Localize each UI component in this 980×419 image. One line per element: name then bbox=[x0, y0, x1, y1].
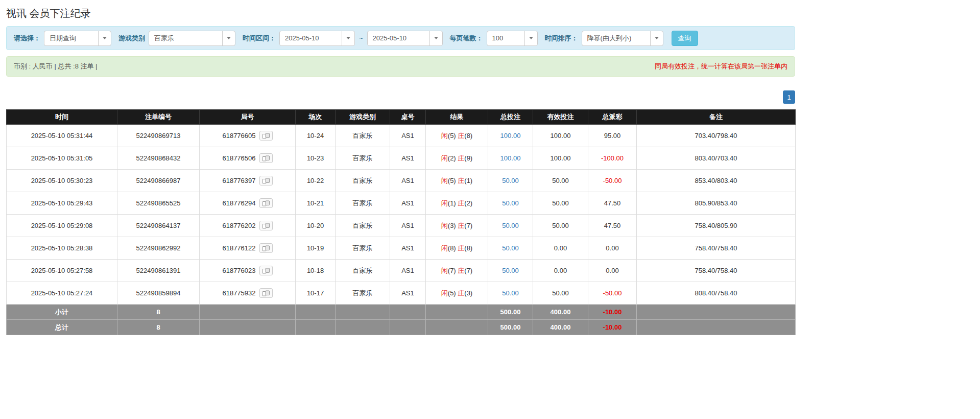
date-to-dropdown[interactable]: 2025-05-10 bbox=[367, 31, 443, 46]
card-result-icon[interactable] bbox=[259, 131, 273, 141]
card-result-icon[interactable] bbox=[259, 198, 273, 208]
cell-remark: 758.40/758.40 bbox=[637, 260, 796, 282]
table-row: 2025-05-10 05:31:44 522490869713 6187766… bbox=[7, 125, 796, 147]
cell-round: 618776023 bbox=[200, 260, 296, 282]
query-type-value: 日期查询 bbox=[44, 31, 98, 45]
cell-time: 2025-05-10 05:28:38 bbox=[7, 237, 117, 260]
page-size-dropdown[interactable]: 100 bbox=[487, 31, 538, 46]
subtotal-label: 小计 bbox=[7, 305, 117, 320]
card-result-icon[interactable] bbox=[259, 176, 273, 185]
card-result-icon[interactable] bbox=[259, 221, 273, 230]
filter-group-select: 请选择： 日期查询 bbox=[14, 31, 111, 46]
cell-result: 闲(2) 庄(9) bbox=[426, 147, 488, 170]
sort-dropdown[interactable]: 降幂(由大到小) bbox=[582, 31, 663, 46]
table-body: 2025-05-10 05:31:44 522490869713 6187766… bbox=[7, 125, 796, 305]
result-banker-label: 庄 bbox=[458, 199, 464, 207]
cell-table-no: AS1 bbox=[390, 147, 426, 170]
cell-remark: 758.40/805.90 bbox=[637, 215, 796, 237]
cell-valid-bet: 0.00 bbox=[533, 260, 588, 282]
page-title: 视讯 会员下注纪录 bbox=[6, 0, 795, 26]
cell-payout: 0.00 bbox=[588, 260, 637, 282]
result-player-number: (5) bbox=[448, 132, 456, 139]
result-player-label: 闲 bbox=[441, 244, 448, 252]
cell-table-no: AS1 bbox=[390, 237, 426, 260]
cell-time: 2025-05-10 05:27:24 bbox=[7, 282, 117, 305]
sort-label: 时间排序： bbox=[545, 34, 578, 43]
total-valid-bet: 400.00 bbox=[533, 320, 588, 335]
result-player-label: 闲 bbox=[441, 154, 448, 162]
date-from-value: 2025-05-10 bbox=[280, 31, 342, 45]
result-banker-label: 庄 bbox=[458, 244, 464, 252]
total-bet-link[interactable]: 50.00 bbox=[502, 177, 519, 184]
table-row: 2025-05-10 05:31:05 522490868432 6187765… bbox=[7, 147, 796, 170]
cell-table-no: AS1 bbox=[390, 215, 426, 237]
cell-payout: 0.00 bbox=[588, 237, 637, 260]
filter-group-range: 时间区间： 2025-05-10 ~ 2025-05-10 bbox=[243, 31, 443, 46]
sort-value: 降幂(由大到小) bbox=[582, 31, 650, 45]
column-header: 场次 bbox=[296, 110, 336, 125]
cell-table-no: AS1 bbox=[390, 192, 426, 215]
result-player-label: 闲 bbox=[441, 199, 448, 207]
page-button-1[interactable]: 1 bbox=[783, 90, 795, 104]
card-result-icon[interactable] bbox=[259, 288, 273, 298]
subtotal-total-bet: 500.00 bbox=[488, 305, 533, 320]
table-row: 2025-05-10 05:30:23 522490866987 6187763… bbox=[7, 170, 796, 192]
round-number: 618776023 bbox=[222, 267, 255, 274]
total-bet-link[interactable]: 100.00 bbox=[500, 132, 521, 139]
total-bet-link[interactable]: 50.00 bbox=[502, 222, 519, 229]
result-banker-number: (1) bbox=[464, 177, 472, 184]
result-banker-label: 庄 bbox=[458, 289, 464, 297]
chevron-down-icon bbox=[342, 31, 354, 45]
total-bet-link[interactable]: 100.00 bbox=[500, 154, 521, 162]
result-player-label: 闲 bbox=[441, 132, 448, 139]
column-header: 局号 bbox=[200, 110, 296, 125]
cell-remark: 808.40/758.40 bbox=[637, 282, 796, 305]
cell-valid-bet: 50.00 bbox=[533, 192, 588, 215]
total-bet-link[interactable]: 50.00 bbox=[502, 244, 519, 252]
result-player-number: (3) bbox=[448, 222, 456, 229]
result-banker-number: (2) bbox=[464, 199, 472, 207]
total-bet-link[interactable]: 50.00 bbox=[502, 267, 519, 274]
card-result-icon[interactable] bbox=[259, 243, 273, 253]
cell-valid-bet: 100.00 bbox=[533, 125, 588, 147]
search-button[interactable]: 查询 bbox=[672, 31, 698, 46]
cell-time: 2025-05-10 05:29:43 bbox=[7, 192, 117, 215]
column-header: 注单编号 bbox=[117, 110, 200, 125]
total-label: 总计 bbox=[7, 320, 117, 335]
card-result-icon[interactable] bbox=[259, 153, 273, 163]
query-type-dropdown[interactable]: 日期查询 bbox=[44, 31, 111, 46]
subtotal-payout: -10.00 bbox=[588, 305, 637, 320]
date-from-dropdown[interactable]: 2025-05-10 bbox=[279, 31, 355, 46]
column-header: 总派彩 bbox=[588, 110, 637, 125]
cell-round: 618776122 bbox=[200, 237, 296, 260]
summary-bar: 币别 : 人民币 | 总共 :8 注单 | 同局有效投注，统一计算在该局第一张注… bbox=[6, 56, 795, 77]
round-number: 618776397 bbox=[222, 177, 255, 184]
total-payout: -10.00 bbox=[588, 320, 637, 335]
total-bet-link[interactable]: 50.00 bbox=[502, 289, 519, 297]
select-label: 请选择： bbox=[14, 34, 40, 43]
result-banker-label: 庄 bbox=[458, 177, 464, 184]
cell-session: 10-22 bbox=[296, 170, 336, 192]
cell-valid-bet: 100.00 bbox=[533, 147, 588, 170]
result-player-label: 闲 bbox=[441, 289, 448, 297]
card-result-icon[interactable] bbox=[259, 266, 273, 275]
cell-result: 闲(5) 庄(8) bbox=[426, 125, 488, 147]
round-number: 618775932 bbox=[222, 289, 255, 297]
total-bet-link[interactable]: 50.00 bbox=[502, 199, 519, 207]
cell-payout: -50.00 bbox=[588, 170, 637, 192]
range-separator: ~ bbox=[359, 34, 363, 42]
page-container: 视讯 会员下注纪录 请选择： 日期查询 游戏类别 百家乐 时间区间： 2025-… bbox=[6, 0, 795, 335]
game-type-value: 百家乐 bbox=[149, 31, 222, 45]
column-header: 时间 bbox=[7, 110, 117, 125]
cell-table-no: AS1 bbox=[390, 260, 426, 282]
cell-time: 2025-05-10 05:27:58 bbox=[7, 260, 117, 282]
filter-group-sort: 时间排序： 降幂(由大到小) bbox=[545, 31, 663, 46]
cell-round: 618775932 bbox=[200, 282, 296, 305]
result-banker-number: (8) bbox=[464, 244, 472, 252]
cell-bet-id: 522490865525 bbox=[117, 192, 200, 215]
cell-total-bet: 50.00 bbox=[488, 282, 533, 305]
game-type-dropdown[interactable]: 百家乐 bbox=[149, 31, 235, 46]
cell-bet-id: 522490869713 bbox=[117, 125, 200, 147]
cell-result: 闲(8) 庄(8) bbox=[426, 237, 488, 260]
cell-remark: 805.90/853.40 bbox=[637, 192, 796, 215]
